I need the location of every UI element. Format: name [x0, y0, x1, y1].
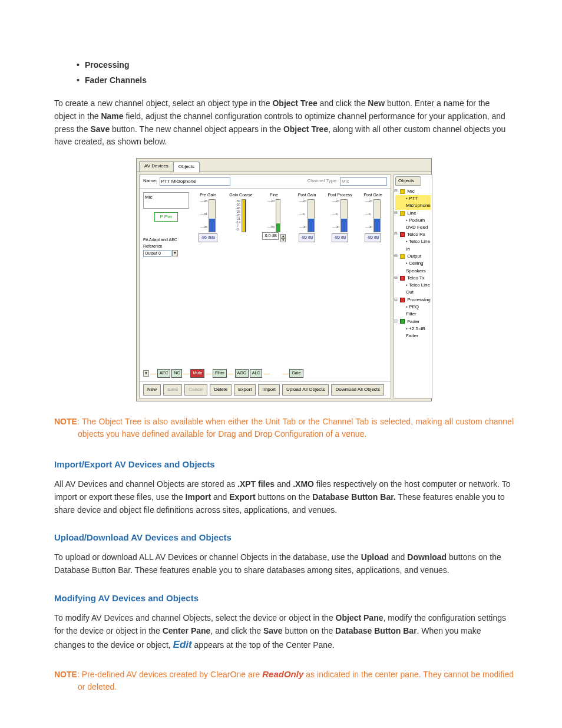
tree-node[interactable]: Mic	[395, 188, 431, 195]
bullet-item: Fader Channels	[85, 74, 514, 87]
import-export-paragraph: All AV Devices and channel Objects are s…	[54, 478, 514, 516]
signal-chain: ▼ — AEC NC — Mute — Filter — AGC ALC — —…	[140, 368, 391, 382]
post-gate-meter: Post Gate —20—6—30 -80 dB	[359, 192, 387, 243]
gain-coarse-meter: Gain Coarse -56 -50 -46 -35 -20 -21 -14 …	[227, 192, 255, 233]
chain-nc[interactable]: NC	[171, 369, 182, 378]
center-pane: Name: Channel Type: Mic P Pwr PA Adapt a…	[139, 174, 391, 398]
tree-leaf[interactable]: ▪ PTT Microphone	[395, 195, 431, 210]
tree-tab[interactable]: Objects	[395, 176, 421, 186]
folder-icon	[400, 298, 405, 302]
pre-gain-meter: Pre Gain —38—81—36 -96 dBu	[194, 192, 222, 243]
spinner-up-icon: ▲	[280, 234, 286, 238]
spinner-down-icon: ▼	[280, 238, 286, 242]
tab-objects[interactable]: Objects	[173, 162, 200, 172]
intro-paragraph: To create a new channel object, select a…	[54, 97, 514, 149]
pa-output-select[interactable]	[143, 250, 171, 257]
item-icon: ▪	[406, 282, 408, 288]
cancel-button[interactable]: Cancel	[184, 384, 207, 395]
mic-box: Mic	[143, 192, 189, 209]
name-field[interactable]	[160, 177, 230, 186]
import-button[interactable]: Import	[258, 384, 280, 395]
item-icon: ▪	[406, 304, 408, 309]
folder-icon	[400, 189, 405, 194]
tree-leaf[interactable]: ▪ PEQ Filter	[395, 304, 431, 318]
upload-download-paragraph: To upload or download ALL AV Devices or …	[54, 551, 514, 577]
tree-node[interactable]: Line	[395, 210, 431, 217]
heading-modifying: Modifying AV Devices and Objects	[54, 591, 514, 605]
readonly-callout: ReadOnly	[262, 669, 303, 679]
item-icon: ▪	[406, 261, 408, 266]
tree-node[interactable]: Processing	[395, 297, 431, 304]
item-icon: ▪	[406, 196, 408, 201]
tree-leaf[interactable]: ▪ +2.5 dB Fader	[395, 325, 431, 340]
post-gain-meter: Post Gain —20—6—30 -80 dB	[293, 192, 321, 243]
fine-meter: Fine —20—55 0.0 dB ▲▼	[260, 192, 288, 243]
tree-node[interactable]: Fader	[395, 318, 431, 325]
note-2: NOTE: Pre-defined AV devices created by …	[54, 667, 514, 694]
delete-button[interactable]: Delete	[210, 384, 232, 395]
download-all-button[interactable]: Download All Objects	[331, 384, 384, 395]
heading-import-export: Import/Export AV Devices and Objects	[54, 457, 514, 471]
dropdown-icon[interactable]: ▼	[143, 370, 149, 377]
tree-leaf[interactable]: ▪ Podium DVD Feed	[395, 217, 431, 232]
tree-node[interactable]: Output	[395, 253, 431, 260]
item-icon: ▪	[406, 326, 408, 331]
tree-node[interactable]: Telco Rx	[395, 231, 431, 238]
name-label: Name:	[143, 177, 157, 185]
fine-value[interactable]: 0.0 dB	[262, 232, 279, 240]
edit-callout: Edit	[173, 639, 192, 650]
note-1: NOTE: The Object Tree is also available …	[54, 416, 514, 441]
save-button[interactable]: Save	[163, 384, 182, 395]
bullet-list: Processing Fader Channels	[54, 59, 514, 87]
embedded-screenshot: AV Devices Objects Name: Channel Type: M…	[136, 158, 432, 401]
bullet-item: Processing	[85, 59, 514, 72]
chain-alc[interactable]: ALC	[250, 369, 263, 378]
tree-node[interactable]: Telco Tx	[395, 275, 431, 282]
folder-icon	[400, 276, 405, 281]
gain-coarse-slider[interactable]	[242, 199, 246, 232]
tree-leaf[interactable]: ▪ Telco Line In	[395, 238, 431, 253]
heading-upload-download: Upload/Download AV Devices and Objects	[54, 531, 514, 544]
post-gain-readout[interactable]: -80 dB	[299, 233, 316, 242]
modifying-paragraph: To modify AV Devices and channel Objects…	[54, 612, 514, 653]
export-button[interactable]: Export	[234, 384, 256, 395]
chain-gate[interactable]: Gate	[289, 369, 303, 378]
pre-gain-readout[interactable]: -96 dBu	[199, 233, 218, 242]
ppwr-button[interactable]: P Pwr	[154, 212, 178, 222]
tab-av-devices[interactable]: AV Devices	[139, 161, 174, 171]
tree-leaf[interactable]: ▪ Telco Line Out	[395, 282, 431, 297]
tree-leaf[interactable]: ▪ Ceiling Speakers	[395, 260, 431, 275]
object-tree: Objects Mic▪ PTT Microphone Line▪ Podium…	[394, 174, 432, 398]
folder-icon	[400, 232, 405, 237]
dropdown-icon[interactable]: ▼	[172, 250, 178, 256]
post-gate-readout[interactable]: -80 dB	[365, 233, 382, 242]
chain-mute[interactable]: Mute	[190, 369, 204, 378]
fine-spinner[interactable]: ▲▼	[280, 234, 286, 242]
post-process-readout[interactable]: -80 dB	[332, 233, 349, 242]
chain-agc[interactable]: AGC	[235, 369, 249, 378]
item-icon: ▪	[406, 218, 408, 223]
folder-icon	[400, 319, 405, 324]
pa-ref-label: PA Adapt and AEC Reference	[143, 237, 189, 250]
fine-slider[interactable]	[276, 199, 280, 232]
folder-icon	[400, 254, 405, 259]
folder-icon	[400, 211, 405, 216]
upload-all-button[interactable]: Upload All Objects	[282, 384, 329, 395]
channel-type-label: Channel Type:	[308, 177, 338, 185]
chain-aec[interactable]: AEC	[157, 369, 170, 378]
new-button[interactable]: New	[143, 384, 161, 395]
database-button-bar: New Save Cancel Delete Export Import Upl…	[140, 381, 391, 397]
chain-filter[interactable]: Filter	[213, 369, 227, 378]
channel-type-field[interactable]	[340, 177, 387, 186]
post-process-meter: Post Process —20—6—30 -80 dB	[326, 192, 354, 243]
item-icon: ▪	[406, 239, 408, 244]
